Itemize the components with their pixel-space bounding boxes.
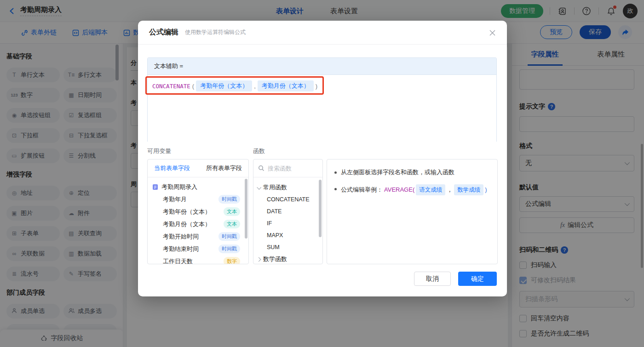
functions-label: 函数 (253, 147, 265, 155)
functions-panel: 常用函数 CONCATENATE DATE IF MAPX SUM 数学函数 文… (253, 159, 323, 264)
search-icon (258, 165, 264, 171)
formula-function-name: CONCATENATE (152, 83, 190, 90)
formula-box: 文本辅助 = CONCATENATE ( 考勤年份（文本） , 考勤月份（文本）… (147, 57, 497, 142)
variables-scrollbar[interactable] (245, 179, 247, 239)
bullet-icon (334, 188, 337, 190)
help-panel: 从左侧面板选择字段名和函数，或输入函数 公式编辑举例： AVERAGE( 语文成… (327, 159, 498, 264)
function-item-sum[interactable]: SUM (257, 241, 322, 253)
tab-current-form-fields[interactable]: 当前表单字段 (154, 164, 190, 172)
example-function-name: AVERAGE( (384, 185, 414, 194)
function-item-mapx[interactable]: MAPX (257, 229, 322, 241)
function-item-concatenate[interactable]: CONCATENATE (257, 193, 322, 205)
function-item-if[interactable]: IF (257, 217, 322, 229)
variable-row[interactable]: 考勤结束时间时间戳 (152, 243, 244, 255)
functions-scrollbar[interactable] (319, 180, 322, 237)
type-badge: 时间戳 (218, 195, 240, 204)
type-badge: 时间戳 (218, 245, 240, 253)
confirm-button[interactable]: 确定 (458, 272, 497, 286)
variables-list: 考勤周期录入 考勤年月时间戳 考勤年份（文本）文本 考勤月份（文本）文本 考勤开… (148, 177, 248, 264)
function-tree: 常用函数 CONCATENATE DATE IF MAPX SUM 数学函数 文… (253, 177, 322, 264)
tab-all-form-fields[interactable]: 所有表单字段 (206, 164, 242, 172)
formula-arg-chip[interactable]: 考勤年份（文本） (196, 80, 252, 91)
variable-row[interactable]: 考勤月份（文本）文本 (152, 218, 244, 230)
caret-down-icon (257, 185, 261, 189)
close-button[interactable] (488, 28, 497, 37)
modal-footer: 取消 确定 (414, 272, 497, 286)
modal-title: 公式编辑 (149, 28, 178, 37)
form-root-node[interactable]: 考勤周期录入 (152, 181, 244, 193)
bullet-icon (334, 171, 337, 174)
variables-tabs: 当前表单字段 所有表单字段 (148, 159, 248, 177)
type-badge: 文本 (224, 220, 240, 228)
form-doc-icon (152, 184, 158, 190)
example-arg-chip: 语文成绩 (416, 184, 445, 195)
help-line-2: 公式编辑举例： AVERAGE( 语文成绩 ， 数学成绩 ) (334, 184, 490, 195)
type-badge: 文本 (224, 207, 240, 216)
variable-row[interactable]: 考勤开始时间时间戳 (152, 230, 244, 243)
type-badge: 时间戳 (218, 232, 240, 241)
modal-subtitle: 使用数学运算符编辑公式 (185, 28, 246, 36)
formula-editor-modal: 公式编辑 使用数学运算符编辑公式 文本辅助 = CONCATENATE ( 考勤… (138, 21, 507, 296)
variables-panel: 当前表单字段 所有表单字段 考勤周期录入 考勤年月时间戳 考勤年份（文本）文本 … (147, 159, 249, 264)
variable-row[interactable]: 考勤年份（文本）文本 (152, 205, 244, 218)
help-line-1: 从左侧面板选择字段名和函数，或输入函数 (334, 168, 490, 177)
function-search (253, 159, 322, 177)
formula-expression: CONCATENATE ( 考勤年份（文本） , 考勤月份（文本） ) (152, 80, 317, 91)
formula-target: 文本辅助 = (148, 58, 496, 75)
variable-row[interactable]: 工作日天数数字 (152, 255, 244, 264)
cancel-button[interactable]: 取消 (414, 272, 451, 286)
caret-right-icon (257, 257, 261, 262)
function-group-common[interactable]: 常用函数 (257, 182, 322, 193)
close-icon (489, 29, 496, 36)
type-badge: 数字 (224, 257, 240, 264)
formula-editor-area[interactable]: CONCATENATE ( 考勤年份（文本） , 考勤月份（文本） ) (148, 75, 496, 142)
variables-label: 可用变量 (147, 147, 171, 155)
example-arg-chip: 数学成绩 (454, 184, 483, 195)
function-search-input[interactable] (268, 165, 314, 172)
formula-arg-chip[interactable]: 考勤月份（文本） (258, 80, 314, 91)
function-item-date[interactable]: DATE (257, 205, 322, 217)
form-designer-app: 考勤周期录入 表单设计 表单设置 数据管理 政 表单外链 (0, 0, 644, 347)
variable-row[interactable]: 考勤年月时间戳 (152, 193, 244, 205)
modal-header: 公式编辑 使用数学运算符编辑公式 (138, 21, 507, 45)
function-group-math[interactable]: 数学函数 (257, 253, 322, 264)
